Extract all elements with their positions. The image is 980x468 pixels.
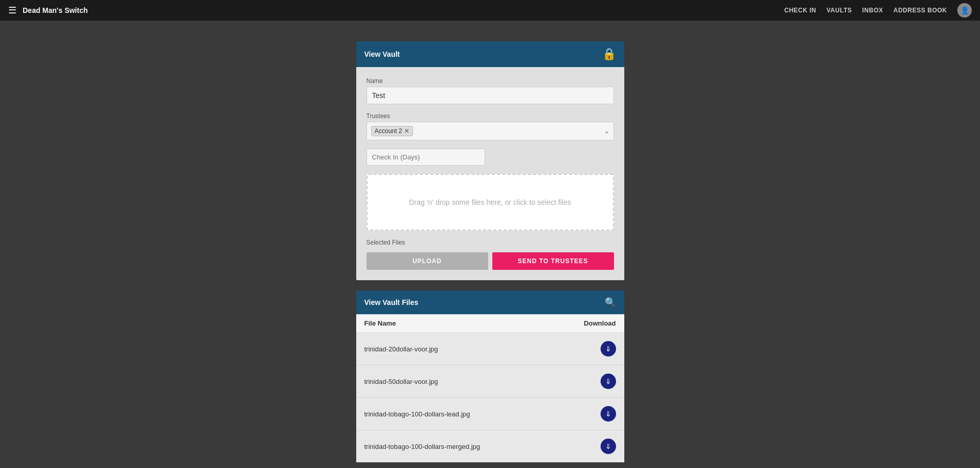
checkin-input[interactable] bbox=[367, 149, 485, 166]
lock-icon: 🔒 bbox=[602, 47, 616, 61]
table-row: trinidad-tobago-100-dollars-lead.jpg ⇓ bbox=[356, 398, 624, 430]
download-button[interactable]: ⇓ bbox=[601, 439, 616, 454]
file-name: trinidad-tobago-100-dollars-merged.jpg bbox=[364, 443, 480, 450]
action-buttons-row: UPLOAD SEND TO TRUSTEES bbox=[367, 252, 614, 270]
vault-files-body: File Name Download trinidad-20dollar-voo… bbox=[356, 314, 624, 462]
name-group: Name bbox=[367, 77, 614, 104]
search-icon[interactable]: 🔍 bbox=[605, 297, 616, 308]
nav-right: CHECK IN VAULTS INBOX ADDRESS BOOK 👤 bbox=[784, 3, 972, 18]
table-row: trinidad-tobago-100-dollars-merged.jpg ⇓ bbox=[356, 430, 624, 462]
trustee-tag-label: Account 2 bbox=[375, 127, 402, 135]
nav-vaults[interactable]: VAULTS bbox=[826, 7, 852, 14]
app-title: Dead Man's Switch bbox=[23, 6, 88, 14]
files-table-header: File Name Download bbox=[356, 314, 624, 333]
trustees-select[interactable]: Account 2 ✕ ⌄ bbox=[367, 122, 614, 140]
trustee-tag: Account 2 ✕ bbox=[371, 126, 413, 136]
trustees-tags: Account 2 ✕ bbox=[371, 126, 413, 136]
nav-address-book[interactable]: ADDRESS BOOK bbox=[893, 7, 947, 14]
view-vault-files-title: View Vault Files bbox=[364, 298, 419, 306]
table-row: trinidad-50dollar-voor.jpg ⇓ bbox=[356, 365, 624, 398]
view-vault-title: View Vault bbox=[364, 50, 400, 58]
checkin-group bbox=[367, 149, 614, 166]
main-content: View Vault 🔒 Name Trustees Account 2 bbox=[0, 21, 980, 468]
selected-files-label: Selected Files bbox=[367, 239, 614, 246]
nav-left: ☰ Dead Man's Switch bbox=[8, 5, 88, 16]
file-name: trinidad-20dollar-voor.jpg bbox=[364, 345, 438, 353]
download-button[interactable]: ⇓ bbox=[601, 406, 616, 422]
trustees-label: Trustees bbox=[367, 112, 614, 120]
file-name: trinidad-50dollar-voor.jpg bbox=[364, 378, 438, 385]
name-label: Name bbox=[367, 77, 614, 85]
view-vault-header: View Vault 🔒 bbox=[356, 41, 624, 67]
hamburger-icon[interactable]: ☰ bbox=[8, 5, 16, 16]
upload-button[interactable]: UPLOAD bbox=[367, 252, 488, 270]
nav-checkin[interactable]: CHECK IN bbox=[784, 7, 816, 14]
user-avatar[interactable]: 👤 bbox=[957, 3, 972, 18]
view-vault-files-header: View Vault Files 🔍 bbox=[356, 291, 624, 314]
center-panel: View Vault 🔒 Name Trustees Account 2 bbox=[356, 41, 624, 462]
trustee-tag-remove[interactable]: ✕ bbox=[404, 127, 409, 135]
chevron-down-icon: ⌄ bbox=[604, 127, 609, 135]
view-vault-section: View Vault 🔒 Name Trustees Account 2 bbox=[356, 41, 624, 280]
top-navigation: ☰ Dead Man's Switch CHECK IN VAULTS INBO… bbox=[0, 0, 980, 21]
download-button[interactable]: ⇓ bbox=[601, 341, 616, 357]
view-vault-files-section: View Vault Files 🔍 File Name Download tr… bbox=[356, 291, 624, 462]
dropzone-text: Drag 'n' drop some files here, or click … bbox=[409, 198, 571, 206]
download-button[interactable]: ⇓ bbox=[601, 374, 616, 389]
dropzone[interactable]: Drag 'n' drop some files here, or click … bbox=[367, 174, 614, 231]
vault-card-body: Name Trustees Account 2 ✕ ⌄ bbox=[356, 67, 624, 280]
col-filename: File Name bbox=[364, 319, 396, 327]
files-list: trinidad-20dollar-voor.jpg ⇓ trinidad-50… bbox=[356, 333, 624, 462]
name-input[interactable] bbox=[367, 87, 614, 104]
trustees-group: Trustees Account 2 ✕ ⌄ bbox=[367, 112, 614, 140]
col-download: Download bbox=[584, 319, 616, 327]
nav-inbox[interactable]: INBOX bbox=[862, 7, 883, 14]
table-row: trinidad-20dollar-voor.jpg ⇓ bbox=[356, 333, 624, 365]
send-to-trustees-button[interactable]: SEND TO TRUSTEES bbox=[492, 252, 614, 270]
file-name: trinidad-tobago-100-dollars-lead.jpg bbox=[364, 410, 470, 418]
